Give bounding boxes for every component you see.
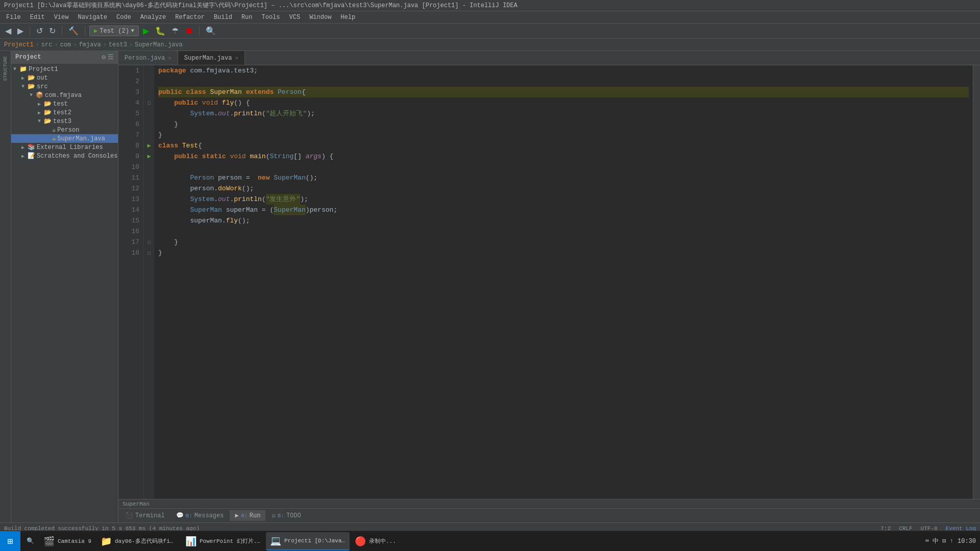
tree-item-test3[interactable]: ▼ 📂 test3 — [11, 117, 118, 126]
breadcrumb-test3[interactable]: test3 — [109, 41, 127, 48]
start-button[interactable]: ⊞ — [0, 531, 20, 552]
menu-refactor[interactable]: Refactor — [171, 13, 209, 22]
breadcrumb-project[interactable]: Project1 — [4, 41, 34, 48]
editor-area: Person.java ✕ SuperMan.java ✕ 1 2 3 4 5 … — [118, 51, 980, 522]
tree-item-test[interactable]: ▶ 📂 test — [11, 99, 118, 108]
run-label: Run — [250, 512, 261, 519]
tab-person-close[interactable]: ✕ — [168, 55, 172, 61]
menu-tools[interactable]: Tools — [258, 13, 284, 22]
gear-icon[interactable]: ⚙ — [102, 53, 106, 61]
tab-superman-label: SuperMan.java — [184, 55, 232, 62]
run-icon: ▶ — [235, 512, 238, 519]
toolbar-forward[interactable]: ▶ — [15, 25, 26, 37]
system-clock: 10:30 — [958, 538, 976, 545]
toolbar-build[interactable]: 🔨 — [66, 25, 81, 37]
main-layout: STRUCTURE Project ⚙ ☰ ▼ 📁 Project1 ▶ 📂 o… — [0, 51, 980, 522]
debug-button[interactable]: 🐛 — [153, 25, 167, 37]
java-icon-person: ☕ — [52, 126, 56, 134]
menu-file[interactable]: File — [2, 13, 25, 22]
tree-label-out: out — [37, 74, 48, 82]
code-line-2 — [158, 76, 969, 87]
menu-build[interactable]: Build — [210, 13, 236, 22]
gutter-run-9[interactable]: ▶ — [144, 151, 154, 162]
project-panel: Project ⚙ ☰ ▼ 📁 Project1 ▶ 📂 out ▼ 📂 — [11, 51, 118, 522]
taskbar-intellij[interactable]: 💻 Project1 [D:\Java零... — [266, 532, 350, 550]
bottom-tab-todo[interactable]: ☑ 6: TODO — [266, 510, 306, 521]
todo-label: TODO — [286, 512, 301, 519]
taskbar-search[interactable]: 🔍 — [22, 532, 38, 550]
intellij-label: Project1 [D:\Java零... — [284, 537, 346, 544]
tree-item-src[interactable]: ▼ 📂 src — [11, 82, 118, 91]
tab-superman-close[interactable]: ✕ — [235, 55, 238, 61]
menu-analyze[interactable]: Analyze — [136, 13, 170, 22]
powerpoint-label: PowerPoint 幻灯片... — [200, 537, 261, 545]
bottom-tabs: ⬛ Terminal 💬 0: Messages ▶ 4: Run ☑ 6: T… — [118, 508, 980, 522]
menu-vcs[interactable]: VCS — [285, 13, 305, 22]
menu-navigate[interactable]: Navigate — [74, 13, 111, 22]
coverage-button[interactable]: ☂ — [169, 25, 181, 37]
menu-edit[interactable]: Edit — [26, 13, 49, 22]
tree-label-src: src — [37, 83, 48, 90]
gutter-run-8[interactable]: ▶ — [144, 140, 154, 151]
toolbar-redo[interactable]: ↻ — [47, 25, 58, 37]
menu-code[interactable]: Code — [112, 13, 135, 22]
tree-item-test2[interactable]: ▶ 📂 test2 — [11, 108, 118, 117]
toolbar-sep1 — [30, 26, 30, 36]
intellij-icon: 💻 — [270, 535, 281, 546]
gutter-fold-17[interactable]: ◻ — [144, 237, 154, 247]
menu-window[interactable]: Window — [305, 13, 335, 22]
search-icon: 🔍 — [27, 537, 34, 545]
code-line-5: System.out.println("超人开始飞"); — [158, 108, 969, 119]
breadcrumb-src[interactable]: src — [41, 41, 53, 48]
search-everywhere[interactable]: 🔍 — [204, 25, 218, 37]
taskbar-recording[interactable]: 🔴 录制中... — [351, 532, 400, 550]
code-line-18: } — [158, 247, 969, 258]
code-editor: 1 2 3 4 5 6 7 8 9 10 11 12 13 14 15 16 1… — [118, 65, 980, 499]
tab-superman[interactable]: SuperMan.java ✕ — [178, 51, 245, 65]
tab-person[interactable]: Person.java ✕ — [118, 51, 178, 65]
code-line-9: public static void main(String[] args) { — [158, 151, 969, 162]
taskbar-camtasia[interactable]: 🎬 Camtasia 9 — [39, 532, 95, 550]
tree-item-com-fmjava[interactable]: ▼ 📦 com.fmjava — [11, 91, 118, 99]
breadcrumb-fmjava[interactable]: fmjava — [79, 41, 101, 48]
bottom-tab-terminal[interactable]: ⬛ Terminal — [120, 510, 170, 521]
menu-help[interactable]: Help — [336, 13, 359, 22]
code-line-17: } — [158, 237, 969, 247]
tree-label-test2: test2 — [53, 109, 71, 116]
left-strip: STRUCTURE — [0, 51, 11, 522]
settings-icon[interactable]: ☰ — [108, 53, 114, 61]
breadcrumb-file[interactable]: SuperMan.java — [135, 41, 183, 48]
structure-icon[interactable]: STRUCTURE — [3, 53, 8, 84]
stop-button[interactable]: ⏹ — [183, 26, 195, 37]
gutter-fold-4[interactable]: ◻ — [144, 97, 154, 108]
run-button[interactable]: ▶ — [141, 25, 151, 37]
tree-item-superman[interactable]: ☕ SuperMan.java — [11, 134, 118, 143]
scratch-icon: 📝 — [28, 152, 35, 160]
menu-view[interactable]: View — [50, 13, 73, 22]
toolbar-undo[interactable]: ↺ — [34, 25, 45, 37]
run-config-selector[interactable]: ▶ Test (2) ▼ — [89, 26, 139, 36]
toolbar-back[interactable]: ◀ — [3, 25, 13, 37]
gutter: ◻ ▶ ▶ ◻ ◻ — [144, 65, 154, 499]
breadcrumb-com[interactable]: com — [60, 41, 71, 48]
menu-run[interactable]: Run — [237, 13, 257, 22]
folder-icon-test: 📂 — [44, 100, 52, 108]
messages-icon: 💬 — [176, 512, 184, 519]
tree-item-project1[interactable]: ▼ 📁 Project1 — [11, 65, 118, 73]
bottom-tab-run[interactable]: ▶ 4: Run — [230, 510, 265, 521]
bottom-tab-messages[interactable]: 💬 0: Messages — [171, 510, 229, 521]
taskbar-day06[interactable]: 📁 day06-多态代码块fin... — [96, 532, 180, 550]
gutter-fold-18[interactable]: ◻ — [144, 247, 154, 258]
taskbar-powerpoint[interactable]: 📊 PowerPoint 幻灯片... — [181, 532, 265, 550]
recording-icon: 🔴 — [355, 536, 366, 547]
tree-item-scratches[interactable]: ▶ 📝 Scratches and Consoles — [11, 152, 118, 160]
tree-item-external-libs[interactable]: ▶ 📚 External Libraries — [11, 143, 118, 152]
tree-item-out[interactable]: ▶ 📂 out — [11, 73, 118, 82]
project-tree: ▼ 📁 Project1 ▶ 📂 out ▼ 📂 src ▼ 📦 com.fmj… — [11, 64, 118, 522]
code-line-10 — [158, 162, 969, 172]
tree-label-project1: Project1 — [29, 66, 58, 73]
tree-item-person[interactable]: ☕ Person — [11, 126, 118, 134]
right-scrollbar[interactable] — [973, 65, 980, 499]
code-content[interactable]: package com.fmjava.test3; public class S… — [154, 65, 973, 499]
code-line-3: public class SuperMan extends Person{ — [158, 87, 969, 97]
